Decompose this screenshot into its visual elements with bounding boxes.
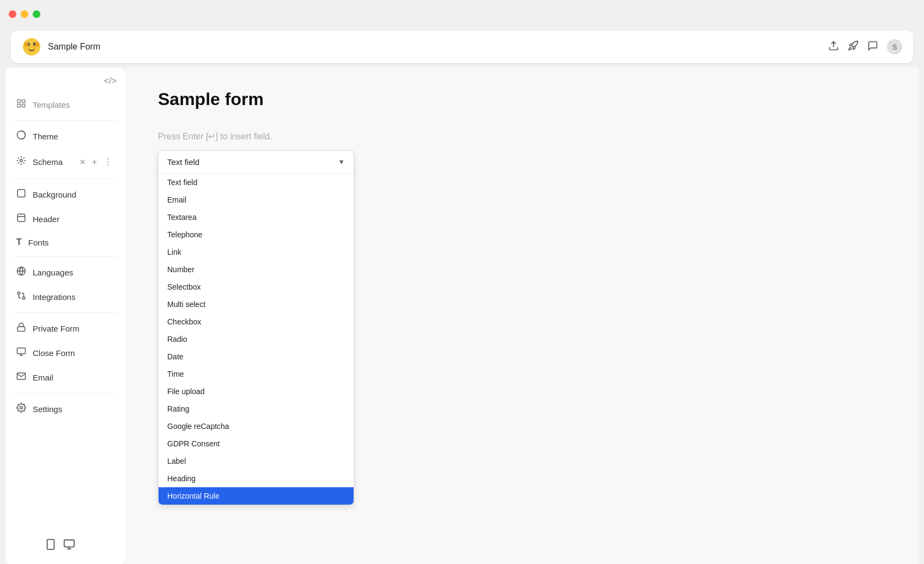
sidebar-item-close-form[interactable]: Close Form [5,341,125,365]
sidebar-item-templates[interactable]: Templates [5,93,125,117]
maximize-button[interactable] [33,10,40,18]
dropdown-option[interactable]: Text field [159,174,354,191]
dropdown-option[interactable]: Radio [159,330,354,348]
sidebar-divider-3 [14,256,117,257]
dropdown-option[interactable]: Rating [159,400,354,418]
svg-rect-30 [64,540,74,547]
main-layout: </> Templates Theme Schema ✕ + [5,68,919,564]
svg-rect-10 [17,100,20,102]
desktop-icon[interactable] [63,538,75,553]
dropdown-selected[interactable]: Text field ▼ [159,151,354,174]
sidebar-label-close-form: Close Form [33,348,75,358]
email-icon [16,371,26,384]
app-title: Sample Form [48,42,828,52]
dropdown-option[interactable]: Checkbox [159,313,354,330]
private-form-icon [16,322,26,335]
sidebar-item-settings[interactable]: Settings [5,397,125,421]
sidebar-label-email: Email [33,373,53,382]
sidebar-item-email[interactable]: Email [5,365,125,390]
svg-point-7 [24,42,28,47]
dropdown-option[interactable]: Time [159,365,354,383]
dropdown-option[interactable]: Selectbox [159,278,354,296]
sidebar-label-background: Background [33,190,76,199]
dropdown-option[interactable]: Email [159,191,354,209]
sidebar-item-languages[interactable]: Languages [5,260,125,285]
header-actions: S [828,39,902,54]
svg-rect-16 [17,189,25,197]
schema-more-btn[interactable]: ⋮ [101,155,114,169]
templates-icon [16,99,26,111]
integrations-icon [16,291,26,303]
svg-rect-23 [17,327,25,331]
rocket-icon[interactable] [848,40,859,54]
sidebar-label-settings: Settings [33,404,62,414]
sidebar-divider-1 [14,120,117,121]
languages-icon [16,266,26,279]
avatar[interactable]: S [887,39,902,54]
sidebar-divider-2 [14,179,117,179]
app-header: Sample Form [11,30,913,63]
svg-point-21 [17,292,20,295]
sidebar-label-integrations: Integrations [33,292,75,302]
sidebar-item-integrations[interactable]: Integrations [5,285,125,309]
dropdown-option[interactable]: Telephone [159,226,354,243]
sidebar-label-header: Header [33,214,59,224]
sidebar-item-theme[interactable]: Theme [5,124,125,149]
dropdown-option[interactable]: GDPR Consent [159,435,354,452]
device-toggle [5,538,120,553]
export-icon[interactable] [828,40,839,54]
minimize-button[interactable] [21,10,28,18]
settings-icon [16,403,26,415]
close-button[interactable] [9,10,16,18]
chat-icon[interactable] [867,40,878,54]
mobile-icon[interactable] [45,538,57,553]
sidebar: </> Templates Theme Schema ✕ + [5,68,125,564]
sidebar-item-schema[interactable]: Schema ✕ + ⋮ [5,149,125,175]
sidebar-item-background[interactable]: Background [5,182,125,207]
svg-point-15 [20,160,23,162]
dropdown-selected-label: Text field [167,157,199,167]
schema-delete-btn[interactable]: ✕ [77,156,88,168]
svg-rect-12 [17,105,20,107]
svg-rect-11 [22,100,25,102]
insert-placeholder: Press Enter [↵] to insert field. [158,131,886,142]
dropdown-option[interactable]: Number [159,261,354,278]
dropdown-option[interactable]: Google reCaptcha [159,418,354,435]
svg-rect-13 [22,105,25,107]
sidebar-divider-4 [14,312,117,313]
dropdown-option[interactable]: File upload [159,383,354,400]
dropdown-option[interactable]: Date [159,348,354,365]
background-icon [16,188,26,201]
svg-point-27 [20,407,23,409]
app-logo-icon [22,37,41,57]
sidebar-item-fonts[interactable]: T Fonts [5,231,125,253]
dropdown-option[interactable]: Multi select [159,296,354,313]
dropdown-option[interactable]: Horizontal Rule [159,487,354,505]
field-type-dropdown-container: Text field ▼ Text fieldEmailTextareaTele… [158,150,354,505]
sidebar-item-private-form[interactable]: Private Form [5,316,125,341]
sidebar-label-schema: Schema [33,157,63,167]
sidebar-label-private-form: Private Form [33,324,80,333]
sidebar-label-theme: Theme [33,132,58,141]
sidebar-label-fonts: Fonts [28,238,49,247]
window-controls [9,10,40,18]
schema-add-btn[interactable]: + [90,155,99,169]
svg-point-8 [35,42,39,47]
code-toggle-icon[interactable]: </> [104,76,117,86]
dropdown-option[interactable]: Heading [159,470,354,487]
header-icon [16,213,26,225]
fonts-icon: T [16,237,22,247]
sidebar-divider-5 [14,393,117,394]
dropdown-option[interactable]: Textarea [159,209,354,226]
dropdown-option[interactable]: Label [159,452,354,470]
svg-rect-17 [17,214,25,222]
form-title: Sample form [158,89,886,109]
sidebar-item-header[interactable]: Header [5,207,125,231]
close-form-icon [16,347,26,359]
sidebar-label-templates: Templates [33,100,70,109]
dropdown-option[interactable]: Link [159,243,354,261]
content-area: Sample form Press Enter [↵] to insert fi… [125,68,919,564]
dropdown-chevron-icon: ▼ [338,158,345,166]
dropdown-list: Text fieldEmailTextareaTelephoneLinkNumb… [159,174,354,505]
sidebar-label-languages: Languages [33,268,73,277]
